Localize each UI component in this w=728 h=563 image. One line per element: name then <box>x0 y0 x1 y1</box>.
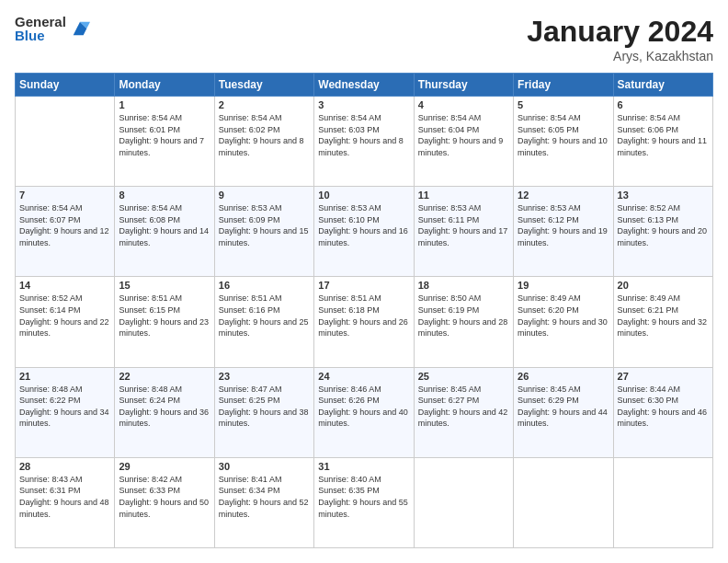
weekday-header: Sunday <box>16 74 115 97</box>
day-info: Sunrise: 8:54 AMSunset: 6:03 PMDaylight:… <box>318 112 409 158</box>
calendar-cell: 22Sunrise: 8:48 AMSunset: 6:24 PMDayligh… <box>115 367 214 457</box>
day-number: 4 <box>418 99 509 110</box>
location: Arys, Kazakhstan <box>527 49 713 63</box>
day-info: Sunrise: 8:54 AMSunset: 6:08 PMDaylight:… <box>119 202 210 248</box>
calendar-cell <box>16 97 115 187</box>
calendar-cell: 24Sunrise: 8:46 AMSunset: 6:26 PMDayligh… <box>314 367 414 457</box>
calendar-cell: 16Sunrise: 8:51 AMSunset: 6:16 PMDayligh… <box>214 277 313 367</box>
day-number: 24 <box>318 371 409 382</box>
calendar-cell <box>514 457 613 547</box>
day-number: 12 <box>518 190 609 201</box>
day-number: 7 <box>19 190 110 201</box>
weekday-header: Saturday <box>613 74 712 97</box>
day-info: Sunrise: 8:46 AMSunset: 6:26 PMDaylight:… <box>318 384 409 430</box>
month-title: January 2024 <box>527 15 713 49</box>
calendar-cell: 8Sunrise: 8:54 AMSunset: 6:08 PMDaylight… <box>115 187 214 277</box>
day-number: 26 <box>518 371 609 382</box>
calendar-cell: 11Sunrise: 8:53 AMSunset: 6:11 PMDayligh… <box>414 187 513 277</box>
day-info: Sunrise: 8:53 AMSunset: 6:12 PMDaylight:… <box>518 202 609 248</box>
day-number: 3 <box>318 99 409 110</box>
calendar-table: SundayMondayTuesdayWednesdayThursdayFrid… <box>15 73 713 548</box>
day-number: 9 <box>219 190 310 201</box>
day-number: 23 <box>219 371 310 382</box>
weekday-header: Friday <box>514 74 613 97</box>
day-info: Sunrise: 8:54 AMSunset: 6:06 PMDaylight:… <box>618 112 709 158</box>
day-info: Sunrise: 8:49 AMSunset: 6:21 PMDaylight:… <box>618 293 709 339</box>
calendar-cell: 4Sunrise: 8:54 AMSunset: 6:04 PMDaylight… <box>414 97 513 187</box>
day-info: Sunrise: 8:40 AMSunset: 6:35 PMDaylight:… <box>318 474 409 520</box>
logo-general: General <box>15 15 66 29</box>
day-info: Sunrise: 8:54 AMSunset: 6:01 PMDaylight:… <box>119 112 210 158</box>
day-info: Sunrise: 8:41 AMSunset: 6:34 PMDaylight:… <box>219 474 310 520</box>
day-info: Sunrise: 8:49 AMSunset: 6:20 PMDaylight:… <box>518 293 609 339</box>
calendar-cell: 3Sunrise: 8:54 AMSunset: 6:03 PMDaylight… <box>314 97 414 187</box>
calendar-week-row: 28Sunrise: 8:43 AMSunset: 6:31 PMDayligh… <box>16 457 713 547</box>
day-number: 27 <box>618 371 709 382</box>
day-number: 18 <box>418 280 509 291</box>
day-number: 2 <box>219 99 310 110</box>
day-info: Sunrise: 8:52 AMSunset: 6:14 PMDaylight:… <box>19 293 110 339</box>
day-info: Sunrise: 8:51 AMSunset: 6:16 PMDaylight:… <box>219 293 310 339</box>
calendar-cell: 27Sunrise: 8:44 AMSunset: 6:30 PMDayligh… <box>613 367 712 457</box>
logo: General Blue <box>15 15 90 42</box>
calendar-cell <box>613 457 712 547</box>
calendar-cell: 20Sunrise: 8:49 AMSunset: 6:21 PMDayligh… <box>613 277 712 367</box>
day-number: 31 <box>318 461 409 472</box>
day-number: 30 <box>219 461 310 472</box>
day-info: Sunrise: 8:52 AMSunset: 6:13 PMDaylight:… <box>618 202 709 248</box>
day-number: 29 <box>119 461 210 472</box>
day-info: Sunrise: 8:53 AMSunset: 6:10 PMDaylight:… <box>318 202 409 248</box>
calendar-week-row: 21Sunrise: 8:48 AMSunset: 6:22 PMDayligh… <box>16 367 713 457</box>
calendar-week-row: 7Sunrise: 8:54 AMSunset: 6:07 PMDaylight… <box>16 187 713 277</box>
day-info: Sunrise: 8:50 AMSunset: 6:19 PMDaylight:… <box>418 293 509 339</box>
weekday-header: Thursday <box>414 74 513 97</box>
day-info: Sunrise: 8:44 AMSunset: 6:30 PMDaylight:… <box>618 384 709 430</box>
calendar-cell: 1Sunrise: 8:54 AMSunset: 6:01 PMDaylight… <box>115 97 214 187</box>
day-number: 25 <box>418 371 509 382</box>
day-number: 5 <box>518 99 609 110</box>
calendar-cell: 14Sunrise: 8:52 AMSunset: 6:14 PMDayligh… <box>16 277 115 367</box>
logo-icon <box>70 18 90 39</box>
calendar-cell: 7Sunrise: 8:54 AMSunset: 6:07 PMDaylight… <box>16 187 115 277</box>
calendar-cell: 30Sunrise: 8:41 AMSunset: 6:34 PMDayligh… <box>214 457 313 547</box>
calendar-cell: 5Sunrise: 8:54 AMSunset: 6:05 PMDaylight… <box>514 97 613 187</box>
day-info: Sunrise: 8:45 AMSunset: 6:27 PMDaylight:… <box>418 384 509 430</box>
day-number: 10 <box>318 190 409 201</box>
title-block: January 2024 Arys, Kazakhstan <box>527 15 713 63</box>
calendar-week-row: 1Sunrise: 8:54 AMSunset: 6:01 PMDaylight… <box>16 97 713 187</box>
day-number: 16 <box>219 280 310 291</box>
day-number: 15 <box>119 280 210 291</box>
calendar-cell: 13Sunrise: 8:52 AMSunset: 6:13 PMDayligh… <box>613 187 712 277</box>
calendar-cell: 21Sunrise: 8:48 AMSunset: 6:22 PMDayligh… <box>16 367 115 457</box>
calendar-cell: 17Sunrise: 8:51 AMSunset: 6:18 PMDayligh… <box>314 277 414 367</box>
day-info: Sunrise: 8:51 AMSunset: 6:18 PMDaylight:… <box>318 293 409 339</box>
logo-blue: Blue <box>15 29 66 42</box>
calendar-cell: 10Sunrise: 8:53 AMSunset: 6:10 PMDayligh… <box>314 187 414 277</box>
day-info: Sunrise: 8:45 AMSunset: 6:29 PMDaylight:… <box>518 384 609 430</box>
calendar-cell: 23Sunrise: 8:47 AMSunset: 6:25 PMDayligh… <box>214 367 313 457</box>
day-info: Sunrise: 8:42 AMSunset: 6:33 PMDaylight:… <box>119 474 210 520</box>
day-number: 14 <box>19 280 110 291</box>
calendar-cell: 28Sunrise: 8:43 AMSunset: 6:31 PMDayligh… <box>16 457 115 547</box>
day-number: 11 <box>418 190 509 201</box>
day-number: 21 <box>19 371 110 382</box>
day-number: 19 <box>518 280 609 291</box>
day-number: 20 <box>618 280 709 291</box>
day-number: 8 <box>119 190 210 201</box>
weekday-header: Wednesday <box>314 74 414 97</box>
header: General Blue January 2024 Arys, Kazakhst… <box>15 15 713 63</box>
day-info: Sunrise: 8:54 AMSunset: 6:07 PMDaylight:… <box>19 202 110 248</box>
calendar-cell: 19Sunrise: 8:49 AMSunset: 6:20 PMDayligh… <box>514 277 613 367</box>
day-info: Sunrise: 8:54 AMSunset: 6:04 PMDaylight:… <box>418 112 509 158</box>
day-number: 1 <box>119 99 210 110</box>
day-number: 28 <box>19 461 110 472</box>
day-info: Sunrise: 8:53 AMSunset: 6:09 PMDaylight:… <box>219 202 310 248</box>
day-info: Sunrise: 8:47 AMSunset: 6:25 PMDaylight:… <box>219 384 310 430</box>
day-number: 17 <box>318 280 409 291</box>
day-info: Sunrise: 8:53 AMSunset: 6:11 PMDaylight:… <box>418 202 509 248</box>
day-info: Sunrise: 8:51 AMSunset: 6:15 PMDaylight:… <box>119 293 210 339</box>
calendar-header-row: SundayMondayTuesdayWednesdayThursdayFrid… <box>16 74 713 97</box>
calendar-cell: 29Sunrise: 8:42 AMSunset: 6:33 PMDayligh… <box>115 457 214 547</box>
calendar-cell: 2Sunrise: 8:54 AMSunset: 6:02 PMDaylight… <box>214 97 313 187</box>
calendar-cell: 12Sunrise: 8:53 AMSunset: 6:12 PMDayligh… <box>514 187 613 277</box>
